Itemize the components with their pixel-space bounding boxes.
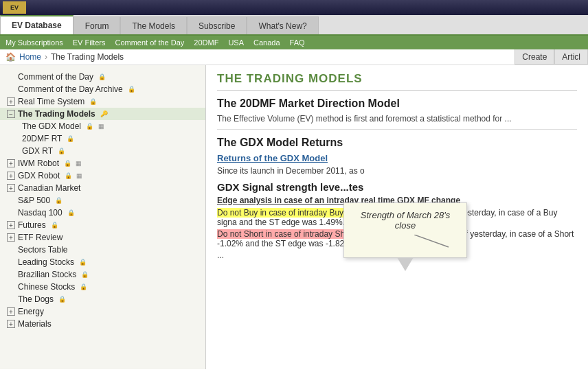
- tab-models[interactable]: The Models: [120, 16, 187, 34]
- sidebar-label: GDX Robot: [18, 171, 60, 180]
- expander-icon[interactable]: +: [7, 184, 15, 192]
- expander-icon[interactable]: +: [7, 233, 15, 242]
- expander-icon[interactable]: +: [7, 159, 15, 167]
- tab-subscribe[interactable]: Subscribe: [187, 16, 247, 34]
- sidebar-item-futures[interactable]: + Futures 🔒: [0, 219, 205, 231]
- lock-icon: 🔒: [55, 197, 63, 204]
- breadcrumb: 🏠 Home › The Trading Models Create Artic…: [0, 49, 588, 65]
- sidebar-item-canadian-market[interactable]: + Canadian Market: [0, 182, 205, 194]
- breadcrumb-home[interactable]: Home: [19, 52, 41, 62]
- lock-icon: 🔒: [58, 148, 65, 154]
- sidebar-item-etf-review[interactable]: + ETF Review: [0, 231, 205, 244]
- since-text: Since its launch in December 2011, as o: [217, 166, 577, 176]
- sidebar-label: Materials: [18, 319, 52, 329]
- sidebar-label: The Trading Models: [18, 109, 95, 119]
- sidebar-item-gdx-model[interactable]: The GDX Model 🔒 ▦: [0, 120, 205, 132]
- sidebar-item-leading-stocks[interactable]: Leading Stocks 🔒: [0, 256, 205, 268]
- sidebar-item-energy[interactable]: + Energy: [0, 305, 205, 318]
- sidebar-label: Sectors Table: [18, 245, 68, 255]
- lock-icon: 🔒: [128, 86, 135, 93]
- sidebar-label: 20DMF RT: [22, 134, 62, 143]
- lock-icon: 🔒: [58, 296, 66, 303]
- top-header: EV: [0, 0, 588, 15]
- sidebar-item-gdx-rt[interactable]: GDX RT 🔒: [0, 145, 205, 157]
- sidebar-label: ETF Review: [18, 233, 63, 242]
- sidebar-item-materials[interactable]: + Materials: [0, 318, 205, 330]
- sidebar-item-20dmf-rt[interactable]: 20DMF RT 🔒: [0, 132, 205, 145]
- expander-icon[interactable]: −: [7, 110, 15, 118]
- lock-icon: 🔒: [67, 209, 75, 216]
- article-button[interactable]: Articl: [554, 49, 588, 65]
- icon-decoration: ▦: [98, 123, 104, 130]
- sidebar-item-chinese-stocks[interactable]: Chinese Stocks 🔒: [0, 281, 205, 293]
- main-area: Comment of the Day 🔒 Comment of the Day …: [0, 65, 588, 369]
- tab-ev-database[interactable]: EV Database: [0, 15, 74, 34]
- lock-icon: 🔒: [51, 222, 58, 229]
- icon-decoration: ▦: [76, 172, 82, 179]
- svg-line-0: [414, 235, 449, 247]
- sidebar-item-iwm-robot[interactable]: + IWM Robot 🔒 ▦: [0, 157, 205, 170]
- tab-forum[interactable]: Forum: [74, 16, 121, 34]
- sidebar-label: S&P 500: [18, 196, 50, 205]
- sidebar-item-nasdaq100[interactable]: Nasdaq 100 🔒: [0, 207, 205, 219]
- callout-box: Strength of March 28's close: [343, 202, 467, 258]
- subnav-20dmf[interactable]: 20DMF: [194, 38, 218, 47]
- subnav-faq[interactable]: FAQ: [290, 38, 305, 47]
- sidebar-item-sectors-table[interactable]: Sectors Table: [0, 244, 205, 256]
- lock-icon: 🔒: [81, 271, 89, 278]
- tab-nav: EV Database Forum The Models Subscribe W…: [0, 15, 588, 36]
- create-button[interactable]: Create: [514, 49, 554, 65]
- sidebar-label: The Dogs: [18, 294, 54, 304]
- section2-title: The GDX Model Returns: [217, 137, 577, 149]
- sidebar-item-the-dogs[interactable]: The Dogs 🔒: [0, 293, 205, 305]
- subnav-comment-of-day[interactable]: Comment of the Day: [115, 38, 184, 47]
- section1-title: The 20DMF Market Direction Model: [217, 97, 577, 110]
- sidebar-item-trading-models[interactable]: − The Trading Models 🔑: [0, 108, 205, 120]
- lock-icon: 🔒: [98, 73, 106, 80]
- signal-title: GDX Signal strength leve...tes: [217, 181, 577, 193]
- lock-icon: 🔒: [64, 160, 71, 167]
- create-buttons-area: Create Articl: [514, 49, 588, 65]
- sidebar-label: Leading Stocks: [18, 257, 74, 267]
- sidebar-item-real-time[interactable]: + Real Time System 🔒: [0, 95, 205, 108]
- sidebar-label: Canadian Market: [18, 183, 80, 193]
- breadcrumb-separator: ›: [45, 52, 47, 62]
- subnav-ev-filters[interactable]: EV Filters: [73, 38, 106, 47]
- page-title: THE TRADING MODELS: [217, 72, 577, 91]
- sidebar-item-sp500[interactable]: S&P 500 🔒: [0, 194, 205, 207]
- divider1: [217, 129, 577, 130]
- lock-icon: 🔒: [67, 135, 74, 142]
- subnav: My Subscriptions EV Filters Comment of t…: [0, 36, 588, 49]
- sidebar-label: Futures: [18, 220, 46, 230]
- content-area: THE TRADING MODELS The 20DMF Market Dire…: [206, 65, 588, 369]
- expander-icon[interactable]: +: [7, 221, 15, 229]
- sidebar-item-gdx-robot[interactable]: + GDX Robot 🔒 ▦: [0, 170, 205, 182]
- icon-decoration: ▦: [76, 160, 82, 167]
- sidebar-label: The GDX Model: [22, 121, 81, 131]
- sidebar-item-comment-archive[interactable]: Comment of the Day Archive 🔒: [0, 83, 205, 95]
- sidebar-item-comment-of-day[interactable]: Comment of the Day 🔒: [0, 71, 205, 83]
- sidebar-label: IWM Robot: [18, 159, 59, 168]
- subnav-canada[interactable]: Canada: [253, 38, 280, 47]
- sidebar-item-brazilian-stocks[interactable]: Brazilian Stocks 🔒: [0, 268, 205, 281]
- subnav-my-subscriptions[interactable]: My Subscriptions: [5, 38, 63, 47]
- logo-text: EV: [10, 4, 19, 11]
- subnav-usa[interactable]: USA: [228, 38, 244, 47]
- logo: EV: [3, 1, 26, 14]
- callout-arrow-decoration: [414, 235, 455, 248]
- expander-icon[interactable]: +: [7, 320, 15, 328]
- expander-icon[interactable]: +: [7, 97, 15, 106]
- lock-icon: 🔒: [65, 172, 72, 179]
- expander-icon[interactable]: +: [7, 307, 15, 316]
- callout-text: Strength of March 28's close: [361, 210, 450, 231]
- tab-whats-new[interactable]: What's New?: [247, 16, 318, 34]
- expander-icon[interactable]: +: [7, 172, 15, 180]
- sidebar-label: Energy: [18, 307, 44, 316]
- lock-green-icon: 🔑: [100, 110, 108, 117]
- sidebar-label: Real Time System: [18, 97, 84, 106]
- sidebar-label: Comment of the Day Archive: [18, 84, 123, 94]
- section1-desc: The Effective Volume (EV) method is firs…: [217, 114, 577, 124]
- gdx-returns-link[interactable]: Returns of the GDX Model: [217, 153, 577, 163]
- lock-icon: 🔒: [80, 283, 87, 290]
- sidebar: Comment of the Day 🔒 Comment of the Day …: [0, 65, 206, 369]
